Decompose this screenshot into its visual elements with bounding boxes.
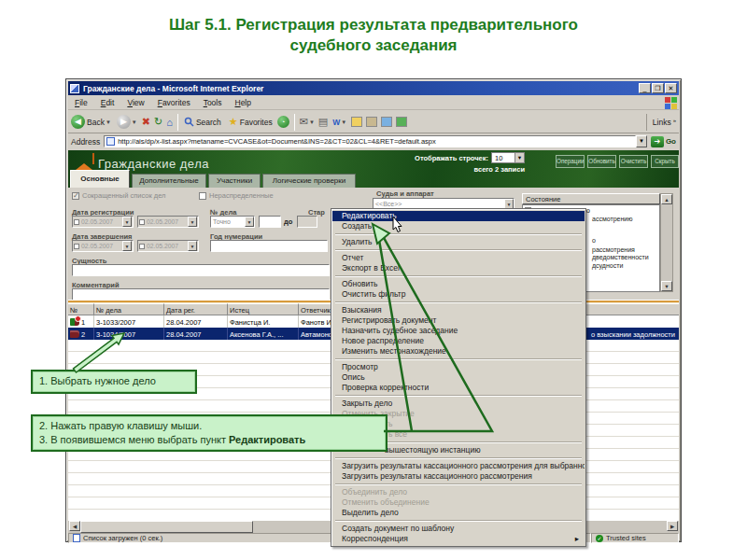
menu-file[interactable]: File (68, 98, 94, 107)
forward-dropdown-icon[interactable]: ▼ (132, 119, 137, 125)
menu-item[interactable]: Регистрировать документ (332, 315, 585, 326)
scroll-right-icon[interactable]: ▶ (667, 521, 678, 531)
folder-icon[interactable] (351, 117, 362, 127)
short-list-checkbox[interactable]: Сокращенный список дел (72, 191, 165, 200)
col-date[interactable]: Дата рег. (164, 303, 228, 315)
window-titlebar[interactable]: Гражданские дела - Microsoft Internet Ex… (68, 81, 679, 95)
menu-item[interactable]: Закрыть дело (332, 399, 585, 409)
home-icon[interactable]: ⌂ (166, 117, 173, 128)
tab-additional[interactable]: Дополнительные (132, 174, 206, 188)
maximize-button[interactable]: ❐ (652, 83, 664, 93)
menu-item[interactable]: Загрузить результаты кассационного рассм… (332, 471, 585, 482)
menu-favorites[interactable]: Favorites (151, 98, 197, 107)
menu-item[interactable]: Загрузить результаты кассационного рассм… (332, 461, 585, 471)
edit-word-icon[interactable]: W▼ (332, 118, 346, 127)
menu-item[interactable]: Обновить (332, 279, 585, 289)
cell-plaintiff: Аксенова Г.А., ... (228, 328, 299, 340)
menu-item[interactable]: Назначить судебное заседание (332, 326, 585, 336)
case-no-from-input[interactable] (259, 216, 281, 228)
menu-item[interactable]: Выделить дело (332, 508, 585, 518)
rows-per-page-value: 10 (492, 154, 514, 162)
messenger-icon[interactable] (396, 117, 407, 127)
history-icon[interactable]: ◔ (277, 116, 289, 128)
back-dropdown-icon[interactable]: ▼ (106, 119, 111, 125)
state-list-header: Состояние (522, 193, 660, 204)
scrollbar-thumb[interactable] (80, 521, 253, 533)
chevron-down-icon: ▼ (514, 153, 524, 162)
menu-item[interactable]: Взыскания (332, 305, 585, 315)
case-match-select[interactable]: Точно ▼ (210, 216, 255, 228)
minimize-button[interactable]: _ (639, 83, 651, 93)
scroll-up-icon[interactable]: ▲ (661, 194, 672, 204)
menu-item[interactable]: Опись (332, 372, 585, 383)
menu-item-label: Опись (342, 372, 365, 383)
state-item-fragment: рассмотрения (592, 246, 635, 253)
menu-item[interactable]: Создать документ по шаблону (332, 524, 585, 534)
menu-item-label: Загрузить результаты кассационного рассм… (342, 461, 585, 471)
search-button[interactable]: Search (184, 117, 221, 127)
go-button[interactable]: ➔ Go (651, 136, 676, 147)
globe-icon[interactable] (381, 117, 392, 127)
end-date-to[interactable]: 02.05.2007 ▼ (137, 240, 199, 252)
status-message: Список загружен (0 сек.) (83, 534, 162, 542)
scroll-left-icon[interactable]: ◀ (69, 521, 80, 531)
forward-button[interactable]: ▶ ▼ (117, 115, 137, 129)
menu-item[interactable]: Редактировать (332, 211, 585, 221)
essence-input[interactable] (72, 264, 330, 276)
refresh-icon[interactable]: ↻ (154, 116, 162, 128)
menu-item[interactable]: Отчет (332, 253, 585, 263)
case-no-to-input[interactable] (297, 216, 317, 228)
refresh-app-button[interactable]: Обновить (587, 155, 616, 168)
menu-item[interactable]: Создать (332, 221, 585, 231)
menu-item[interactable]: Экспорт в Excel (332, 263, 585, 273)
unassigned-checkbox[interactable]: Нераспределенные (199, 191, 274, 200)
col-case[interactable]: № дела (94, 303, 164, 315)
close-button[interactable]: ✕ (665, 83, 677, 93)
menu-item[interactable]: Изменить местонахождение (332, 346, 585, 357)
menu-help[interactable]: Help (228, 98, 257, 107)
menu-item-label: Очистить фильтр (342, 289, 405, 300)
state-item-fragment: ассмотрению (592, 216, 632, 222)
menu-item[interactable]: Просмотр (332, 362, 585, 372)
window-icon (70, 84, 79, 93)
rows-per-page-select[interactable]: 10 ▼ (491, 152, 525, 163)
favorites-label: Favorites (240, 118, 273, 127)
menu-item[interactable]: Удалить (332, 237, 585, 247)
scroll-down-icon[interactable]: ▼ (661, 281, 672, 291)
links-bar[interactable]: Links » (646, 114, 679, 131)
operations-button[interactable]: Операции... (556, 155, 585, 168)
menu-item[interactable]: Проверка корректности (332, 383, 585, 393)
menu-view[interactable]: View (120, 98, 150, 107)
end-date-from[interactable]: 02.05.2007 ▼ (72, 240, 134, 252)
clear-button[interactable]: Очистить (619, 155, 648, 168)
print-icon[interactable]: ▤ (318, 116, 328, 128)
menu-separator (335, 275, 582, 277)
reg-date-from[interactable]: 02.05.2007 ▼ (72, 216, 134, 228)
menu-item-label: Удалить (342, 237, 372, 247)
menu-edit[interactable]: Edit (94, 98, 121, 107)
numbering-year-input[interactable] (210, 240, 328, 252)
slide-title: Шаг 5.1. Регистрация результата предвари… (0, 15, 747, 56)
menu-item[interactable]: Корреспонденция▸ (332, 534, 585, 544)
fullscreen-icon[interactable] (366, 117, 377, 127)
tab-logic-checks[interactable]: Логические проверки (262, 174, 356, 188)
col-num[interactable]: № (68, 303, 94, 315)
stop-icon[interactable]: ✖ (142, 116, 150, 128)
tab-participants[interactable]: Участники (208, 174, 261, 188)
state-list-scrollbar[interactable]: ▲ ▼ (660, 193, 673, 292)
reg-date-to[interactable]: 02.05.2007 ▼ (137, 216, 199, 228)
menu-item[interactable]: Новое распределение (332, 336, 585, 346)
search-icon (184, 117, 194, 127)
mail-icon[interactable]: ✉▼ (300, 116, 315, 128)
address-dropdown-icon[interactable]: ▼ (636, 135, 647, 147)
tab-main[interactable]: Основные (70, 170, 130, 188)
favorites-button[interactable]: ★ Favorites (227, 116, 273, 128)
menu-tools[interactable]: Tools (197, 98, 229, 107)
page-icon (106, 137, 115, 146)
tab-strip: Основные Дополнительные Участники Логиче… (68, 169, 679, 188)
col-plaintiff[interactable]: Истец (228, 303, 299, 315)
address-input[interactable]: http://ais/dp/x-list.aspx?metaname=CVCAS… (104, 135, 636, 147)
back-button[interactable]: ◀ Back ▼ (71, 115, 111, 129)
menu-item[interactable]: Очистить фильтр (332, 289, 585, 300)
hide-button[interactable]: Скрыть (651, 155, 679, 168)
